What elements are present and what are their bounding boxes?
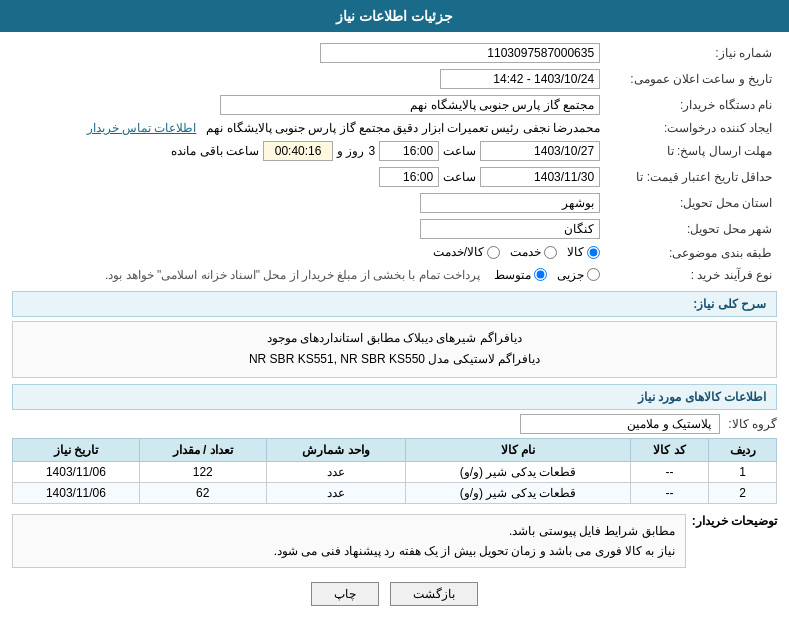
noe-farayand-desc: پرداخت تمام با بخشی از مبلغ خریدار از مح… — [105, 268, 480, 282]
ettelaat-kala-title: اطلاعات کالاهای مورد نیاز — [12, 384, 777, 410]
col-kod: کد کالا — [630, 438, 709, 461]
noe-farayand-inline: جزیی متوسط پرداخت تمام با بخشی از مبلغ خ… — [17, 268, 600, 282]
shomare-niaz-label: شماره نیاز: — [605, 40, 777, 66]
shahr-row: شهر محل تحویل: کنگان — [12, 216, 777, 242]
main-form-table: شماره نیاز: 1103097587000635 تاریخ و ساع… — [12, 40, 777, 285]
radio-kala[interactable]: کالا — [567, 245, 600, 259]
sarh-koli-box: دیافراگم شیرهای دیبلاک مطابق استانداردها… — [12, 321, 777, 378]
radio-khedmat-input[interactable] — [544, 246, 557, 259]
header-title: جزئیات اطلاعات نیاز — [336, 8, 453, 24]
cell-vahed: عدد — [266, 482, 405, 503]
tabaqe-label: طبقه بندی موضوعی: — [605, 242, 777, 265]
noe-farayand-radio-group: جزیی متوسط — [494, 268, 600, 282]
tazihaat-box: مطابق شرایط فایل پیوستی باشد. نیاز به کا… — [12, 514, 686, 569]
hadaqal-values: 1403/11/30 ساعت 16:00 — [12, 164, 605, 190]
tazihaat-row: توضیحات خریدار: مطابق شرایط فایل پیوستی … — [12, 510, 777, 573]
roz-val: 3 — [368, 144, 375, 158]
radio-kala-label: کالا — [567, 245, 584, 259]
cell-kod: -- — [630, 461, 709, 482]
radio-mottaveset-input[interactable] — [534, 268, 547, 281]
mohlat-row: مهلت ارسال پاسخ: تا 1403/10/27 ساعت 16:0… — [12, 138, 777, 164]
ettelaat-tamas-link[interactable]: اطلاعات تماس خریدار — [87, 121, 197, 135]
cell-name: قطعات یدکی شیر (و/و) — [406, 461, 631, 482]
shahr-label: شهر محل تحویل: — [605, 216, 777, 242]
tabaqe-radio-group: کالا خدمت کالا/خدمت — [433, 245, 600, 259]
nam-dastgah-value: مجتمع گاز پارس جنوبی پالایشگاه نهم — [12, 92, 605, 118]
back-button[interactable]: بازگشت — [390, 582, 478, 606]
ijad-konande-value: محمدرضا نجفی رئیس تعمیرات ابزار دقیق مجت… — [12, 118, 605, 138]
cell-radif: 1 — [709, 461, 777, 482]
col-tedad: تعداد / مقدار — [139, 438, 266, 461]
tazihaat-label: توضیحات خریدار: — [692, 510, 777, 528]
shomare-niaz-box: 1103097587000635 — [320, 43, 600, 63]
col-tarikh: تاریخ نیاز — [13, 438, 140, 461]
print-button[interactable]: چاپ — [311, 582, 379, 606]
date-time-row: تاریخ و ساعت اعلان عمومی: 1403/10/24 - 1… — [12, 66, 777, 92]
radio-jozi-input[interactable] — [587, 268, 600, 281]
goods-table-head: ردیف کد کالا نام کالا واحد شمارش تعداد /… — [13, 438, 777, 461]
nam-dastgah-box: مجتمع گاز پارس جنوبی پالایشگاه نهم — [220, 95, 600, 115]
content-area: شماره نیاز: 1103097587000635 تاریخ و ساع… — [0, 32, 789, 620]
shomare-niaz-value: 1103097587000635 — [12, 40, 605, 66]
tabaqe-value: کالا خدمت کالا/خدمت — [12, 242, 605, 265]
radio-mottaveset[interactable]: متوسط — [494, 268, 547, 282]
cell-radif: 2 — [709, 482, 777, 503]
tazihaat-line2: نیاز به کالا فوری می باشد و زمان تحویل ب… — [23, 541, 675, 561]
col-name: نام کالا — [406, 438, 631, 461]
radio-kala-khedmat-label: کالا/خدمت — [433, 245, 484, 259]
table-row: 1 -- قطعات یدکی شیر (و/و) عدد 122 1403/1… — [13, 461, 777, 482]
col-vahed: واحد شمارش — [266, 438, 405, 461]
hadaqal-label: حداقل تاریخ اعتبار قیمت: تا — [605, 164, 777, 190]
ostan-label: استان محل تحویل: — [605, 190, 777, 216]
sarh-koli-title: سرح کلی نیاز: — [12, 291, 777, 317]
mohlat-date-box: 1403/10/27 — [480, 141, 600, 161]
group-kala-label: گروه کالا: — [728, 417, 777, 431]
mohlat-label: مهلت ارسال پاسخ: تا — [605, 138, 777, 164]
baqimande-label: ساعت باقی مانده — [171, 144, 259, 158]
radio-khedmat-label: خدمت — [510, 245, 541, 259]
hadaqal-time-box: 16:00 — [379, 167, 439, 187]
sarh-koli-line2: دیافراگم لاستیکی مدل NR SBR KS551, NR SB… — [23, 349, 766, 371]
col-radif: ردیف — [709, 438, 777, 461]
ostan-row: استان محل تحویل: بوشهر — [12, 190, 777, 216]
footer-buttons: بازگشت چاپ — [12, 582, 777, 606]
tazihaat-line1: مطابق شرایط فایل پیوستی باشد. — [23, 521, 675, 541]
group-kala-row: گروه کالا: پلاستیک و ملامین — [12, 414, 777, 434]
cell-kod: -- — [630, 482, 709, 503]
cell-tarikh: 1403/11/06 — [13, 482, 140, 503]
sarh-koli-line1: دیافراگم شیرهای دیبلاک مطابق استانداردها… — [23, 328, 766, 350]
nam-dastgah-row: نام دستگاه خریدار: مجتمع گاز پارس جنوبی … — [12, 92, 777, 118]
page-header: جزئیات اطلاعات نیاز — [0, 0, 789, 32]
noe-farayand-label: نوع فرآیند خرید : — [605, 265, 777, 285]
radio-mottaveset-label: متوسط — [494, 268, 531, 282]
shahr-value: کنگان — [12, 216, 605, 242]
countdown-box: 00:40:16 — [263, 141, 333, 161]
page-wrapper: جزئیات اطلاعات نیاز شماره نیاز: 11030975… — [0, 0, 789, 620]
cell-tedad: 62 — [139, 482, 266, 503]
shomare-niaz-row: شماره نیاز: 1103097587000635 — [12, 40, 777, 66]
ostan-box: بوشهر — [420, 193, 600, 213]
radio-kala-khedmat-input[interactable] — [487, 246, 500, 259]
radio-kala-khedmat[interactable]: کالا/خدمت — [433, 245, 500, 259]
noe-farayand-row: نوع فرآیند خرید : جزیی متوسط — [12, 265, 777, 285]
radio-kala-input[interactable] — [587, 246, 600, 259]
shahr-box: کنگان — [420, 219, 600, 239]
cell-tedad: 122 — [139, 461, 266, 482]
mohlat-values: 1403/10/27 ساعت 16:00 3 روز و 00:40:16 س… — [12, 138, 605, 164]
radio-khedmat[interactable]: خدمت — [510, 245, 557, 259]
date-time-box: 1403/10/24 - 14:42 — [440, 69, 600, 89]
date-time-label: تاریخ و ساعت اعلان عمومی: — [605, 66, 777, 92]
ijad-konande-row: ایجاد کننده درخواست: محمدرضا نجفی رئیس ت… — [12, 118, 777, 138]
roz-label: روز و — [337, 144, 364, 158]
goods-table-header-row: ردیف کد کالا نام کالا واحد شمارش تعداد /… — [13, 438, 777, 461]
goods-table: ردیف کد کالا نام کالا واحد شمارش تعداد /… — [12, 438, 777, 504]
hadaqal-row: حداقل تاریخ اعتبار قیمت: تا 1403/11/30 س… — [12, 164, 777, 190]
cell-vahed: عدد — [266, 461, 405, 482]
group-kala-value-box: پلاستیک و ملامین — [520, 414, 720, 434]
hadaqal-inline: 1403/11/30 ساعت 16:00 — [17, 167, 600, 187]
table-row: 2 -- قطعات یدکی شیر (و/و) عدد 62 1403/11… — [13, 482, 777, 503]
hadaqal-date-box: 1403/11/30 — [480, 167, 600, 187]
ostan-value: بوشهر — [12, 190, 605, 216]
cell-name: قطعات یدکی شیر (و/و) — [406, 482, 631, 503]
radio-jozi[interactable]: جزیی — [557, 268, 600, 282]
